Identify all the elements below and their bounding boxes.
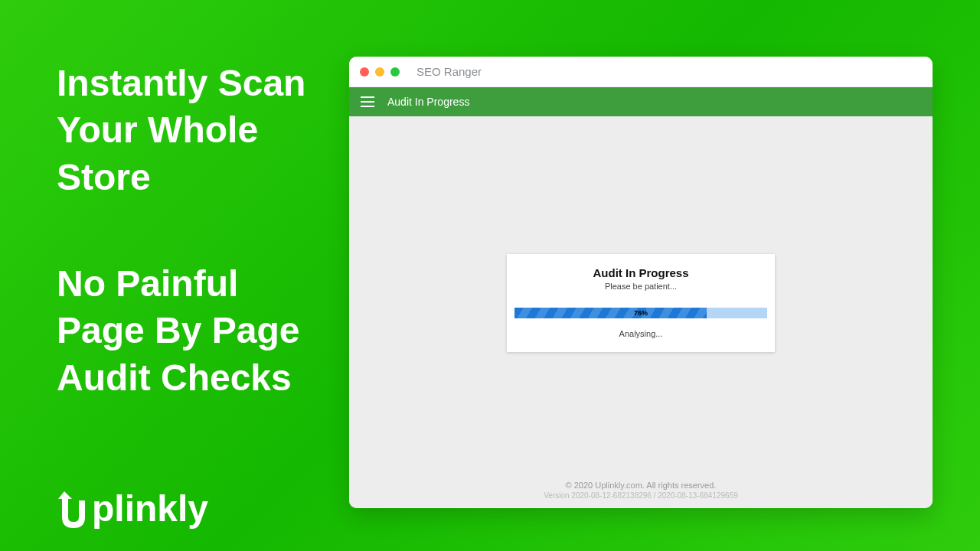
window-titlebar: SEO Ranger — [349, 57, 933, 87]
close-icon[interactable] — [360, 67, 369, 77]
marketing-headline-2: No PainfulPage By PageAudit Checks — [57, 260, 299, 401]
marketing-headline-1: Instantly ScanYour WholeStore — [57, 60, 305, 201]
card-subtitle: Please be patient... — [514, 282, 767, 291]
brand-logo: plinkly — [57, 487, 208, 530]
minimize-icon[interactable] — [375, 67, 384, 77]
footer-copyright: © 2020 Uplinkly.com. All rights reserved… — [566, 481, 717, 490]
app-footer: © 2020 Uplinkly.com. All rights reserved… — [349, 471, 933, 508]
maximize-icon[interactable] — [390, 67, 400, 77]
up-arrow-icon — [57, 490, 90, 530]
progress-bar: 76% — [514, 308, 767, 318]
card-status: Analysing... — [514, 329, 767, 338]
footer-version: Version 2020-08-12-682138296 / 2020-08-1… — [544, 491, 738, 500]
progress-label: 76% — [514, 308, 767, 318]
brand-text: plinkly — [92, 487, 208, 530]
appbar-title: Audit In Progress — [387, 96, 469, 108]
app-toolbar: Audit In Progress — [349, 87, 933, 116]
menu-icon[interactable] — [360, 94, 375, 109]
app-body: Audit In Progress Please be patient... 7… — [349, 116, 933, 471]
window-title: SEO Ranger — [416, 65, 482, 78]
card-title: Audit In Progress — [514, 266, 767, 279]
progress-card: Audit In Progress Please be patient... 7… — [507, 254, 775, 352]
app-window: SEO Ranger Audit In Progress Audit In Pr… — [349, 57, 933, 508]
